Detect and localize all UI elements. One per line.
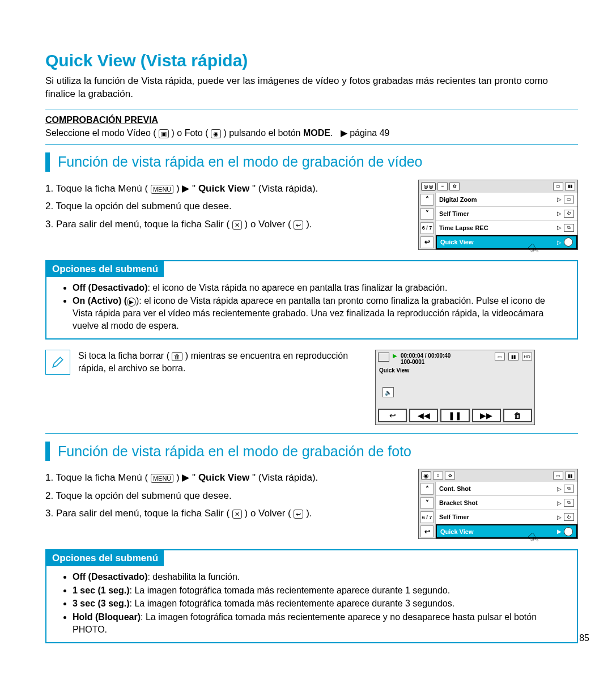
b: Off (Desactivado) bbox=[73, 283, 147, 292]
menu-tab-icon[interactable]: ≡ bbox=[433, 472, 443, 480]
b: 3 sec (3 seg.) bbox=[73, 599, 130, 608]
menu-item[interactable]: Cont. Shot▷⧉ bbox=[436, 482, 577, 496]
divider bbox=[45, 433, 578, 434]
close-icon: ✕ bbox=[232, 220, 242, 230]
t: : La imagen fotográfica tomada más recie… bbox=[73, 612, 537, 634]
t: ). bbox=[306, 508, 312, 519]
volume-button[interactable]: 🔈 bbox=[382, 387, 394, 397]
battery-icon: ▮▮ bbox=[565, 472, 575, 480]
back-icon: ↩ bbox=[294, 510, 303, 519]
forward-button[interactable]: ▶▶ bbox=[472, 409, 501, 422]
menu-item-active[interactable]: Quick View▷▶ bbox=[436, 235, 577, 249]
menu-icon: MENU bbox=[151, 185, 173, 194]
submenu-item: Hold (Bloquear): La imagen fotográfica t… bbox=[73, 611, 566, 635]
divider bbox=[45, 109, 578, 109]
submenu-item: 3 sec (3 seg.): La imagen fotográfica to… bbox=[73, 597, 566, 610]
label: Quick View bbox=[440, 528, 474, 535]
photo-mode-icon: ◉ bbox=[211, 129, 221, 138]
section-heading-photo: Función de vista rápida en el modo de gr… bbox=[45, 442, 578, 461]
menu-item[interactable]: Bracket Shot▷⧉ bbox=[436, 496, 577, 510]
quickview-label: Quick View bbox=[198, 183, 249, 194]
scroll-up-button[interactable]: ˄ bbox=[420, 483, 434, 495]
page-number: 85 bbox=[579, 633, 589, 643]
page-counter: 6 / 7 bbox=[420, 222, 434, 234]
b: On (Activo) ( bbox=[73, 296, 127, 306]
precheck-title: COMPROBACIÓN PREVIA bbox=[45, 115, 578, 125]
menu-screen-video: ⊚⊚ ≡ ✿ ▭ ▮▮ ˄ ˅ 6 / 7 ↩ Digital Zoom▷▭ bbox=[418, 180, 578, 250]
camcorder-icon bbox=[378, 353, 389, 362]
t: 3. Para salir del menú, toque la ficha S… bbox=[45, 219, 230, 230]
submenu-title: Opciones del submenú bbox=[46, 261, 164, 277]
t: 1. Toque la ficha Menú ( bbox=[45, 472, 148, 483]
t: Si toca la ficha borrar ( bbox=[78, 351, 169, 360]
b: Off (Desactivado) bbox=[73, 572, 147, 582]
card-icon: ▭ bbox=[553, 472, 563, 480]
scroll-down-button[interactable]: ˅ bbox=[420, 497, 434, 509]
t: : deshabilita la función. bbox=[147, 572, 240, 582]
file-label: 100-0001 bbox=[401, 359, 450, 365]
heading-text: Función de vista rápida en el modo de gr… bbox=[58, 154, 422, 170]
settings-tab-icon[interactable]: ✿ bbox=[445, 472, 455, 480]
play-icon: ▶ bbox=[127, 298, 136, 307]
divider bbox=[45, 144, 578, 145]
delete-button[interactable]: 🗑 bbox=[503, 409, 532, 422]
back-button[interactable]: ↩ bbox=[420, 236, 434, 248]
label: Bracket Shot bbox=[439, 499, 478, 506]
menu-item[interactable]: Self Timer▷⏱ bbox=[436, 510, 577, 524]
menu-screen-photo: ◉ ≡ ✿ ▭ ▮▮ ˄ ˅ 6 / 7 ↩ Cont. Shot▷⧉ bbox=[418, 469, 578, 539]
t: " (Vista rápida). bbox=[252, 472, 318, 483]
t: " (Vista rápida). bbox=[252, 183, 318, 194]
back-button[interactable]: ↩ bbox=[420, 525, 434, 537]
step-2: 2. Toque la opción del submenú que desee… bbox=[45, 487, 408, 504]
t: ) o Volver ( bbox=[245, 508, 291, 519]
video-mode-icon: ▣ bbox=[159, 129, 169, 138]
back-button[interactable]: ↩ bbox=[378, 409, 407, 422]
settings-tab-icon[interactable]: ✿ bbox=[449, 183, 460, 190]
card-icon: ▭ bbox=[495, 353, 505, 360]
battery-icon: ▮▮ bbox=[565, 183, 575, 190]
menu-icon: MENU bbox=[151, 474, 173, 483]
pause-button[interactable]: ❚❚ bbox=[440, 409, 469, 422]
playback-screen: ▶ 00:00:04 / 00:00:40 100-0001 ▭ ▮▮ HD Q… bbox=[375, 350, 535, 425]
menu-item-active[interactable]: Quick View▶▶ bbox=[436, 524, 577, 538]
t: ) pulsando el botón bbox=[223, 128, 303, 138]
step-2: 2. Toque la opción del submenú que desee… bbox=[45, 197, 408, 215]
submenu-item: On (Activo) (▶): el icono de Vista rápid… bbox=[73, 295, 566, 332]
battery-icon: ▮▮ bbox=[508, 353, 518, 360]
rewind-button[interactable]: ◀◀ bbox=[409, 409, 438, 422]
label: Self Timer bbox=[439, 210, 469, 217]
t: 3. Para salir del menú, toque la ficha S… bbox=[45, 508, 230, 519]
note-icon bbox=[45, 350, 70, 375]
camera-icon: ◉ bbox=[421, 471, 431, 480]
scroll-up-button[interactable]: ˄ bbox=[420, 194, 434, 206]
t: : La imagen fotográfica tomada más recie… bbox=[130, 586, 450, 595]
t: ) ▶ " bbox=[176, 183, 196, 194]
t: ) ▶ " bbox=[176, 472, 196, 483]
trash-icon: 🗑 bbox=[172, 352, 182, 361]
b: Hold (Bloquear) bbox=[73, 612, 141, 622]
intro-text: Si utiliza la función de Vista rápida, p… bbox=[45, 75, 578, 101]
camcorder-icon: ⊚⊚ bbox=[421, 182, 436, 191]
menu-item[interactable]: Digital Zoom▷▭ bbox=[436, 193, 577, 207]
step-1: 1. Toque la ficha Menú ( MENU ) ▶ " Quic… bbox=[45, 469, 408, 486]
step-1: 1. Toque la ficha Menú ( MENU ) ▶ " Quic… bbox=[45, 180, 408, 197]
hd-icon: HD bbox=[522, 353, 532, 360]
bar-icon bbox=[45, 442, 50, 461]
heading-text: Función de vista rápida en el modo de gr… bbox=[58, 443, 411, 460]
step-3: 3. Para salir del menú, toque la ficha S… bbox=[45, 504, 408, 522]
page-title: Quick View (Vista rápida) bbox=[45, 51, 578, 70]
t: 1. Toque la ficha Menú ( bbox=[45, 183, 148, 194]
menu-tab-icon[interactable]: ≡ bbox=[437, 183, 448, 190]
scroll-down-button[interactable]: ˅ bbox=[420, 208, 434, 220]
menu-item[interactable]: Self Timer▷⏱ bbox=[436, 207, 577, 221]
label: Quick View bbox=[440, 239, 474, 245]
menu-item[interactable]: Time Lapse REC▷⧉ bbox=[436, 221, 577, 235]
submenu-box-video: Opciones del submenú Off (Desactivado): … bbox=[45, 260, 578, 340]
label: Cont. Shot bbox=[439, 485, 471, 492]
submenu-box-photo: Opciones del submenú Off (Desactivado): … bbox=[45, 549, 578, 643]
page-ref: ▶ página 49 bbox=[341, 128, 390, 138]
note-text: Si toca la ficha borrar ( 🗑 ) mientras s… bbox=[78, 350, 367, 374]
back-icon: ↩ bbox=[294, 220, 303, 230]
time-label: 00:00:04 / 00:00:40 bbox=[401, 353, 450, 359]
submenu-item: 1 sec (1 seg.): La imagen fotográfica to… bbox=[73, 584, 566, 597]
